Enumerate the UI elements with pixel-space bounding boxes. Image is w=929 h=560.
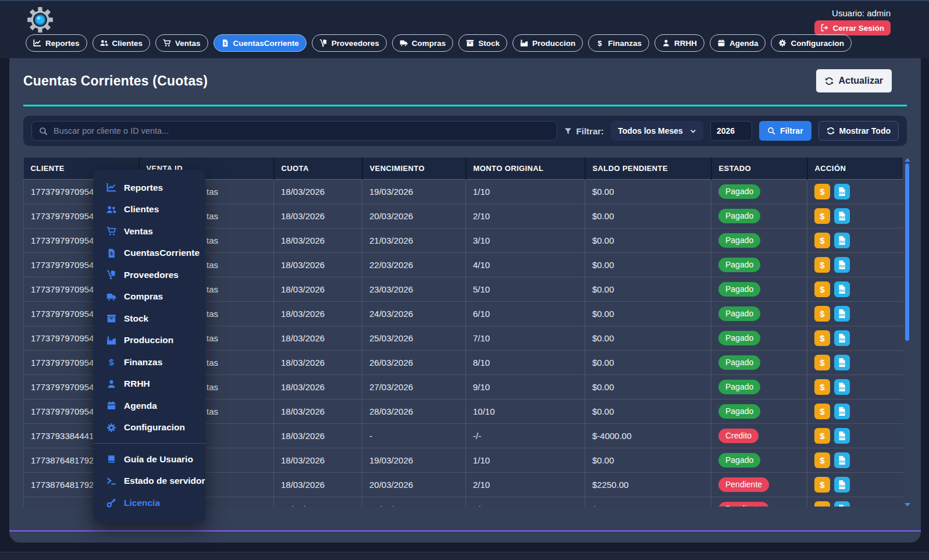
nav-tab-ventas[interactable]: Ventas [155, 34, 208, 52]
industry-icon [520, 39, 528, 47]
pay-button[interactable]: $ [814, 428, 830, 444]
menu-item-configuracion[interactable]: Configuracion [93, 417, 205, 439]
nav-tab-cuentascorriente[interactable]: $CuentasCorriente [213, 34, 307, 52]
status-badge: Pagado [718, 184, 760, 199]
nav-tab-finanzas[interactable]: $Finanzas [588, 34, 649, 52]
status-badge: Pagado [718, 282, 760, 297]
cell-cuota: 18/03/2026 [274, 301, 362, 326]
cell-accion: $PDF [807, 448, 903, 472]
month-select[interactable]: Todos los Meses [611, 121, 703, 141]
menu-item-rrhh[interactable]: RRHH [93, 373, 205, 395]
logout-button[interactable]: Cerrar Sesión [814, 20, 891, 35]
search-box[interactable] [31, 121, 557, 141]
scrollbar-up-arrow-icon[interactable] [905, 158, 910, 162]
pdf-button[interactable]: PDF [834, 330, 850, 346]
pdf-button[interactable]: PDF [834, 379, 850, 395]
pay-button[interactable]: $ [814, 233, 830, 248]
scrollbar-down-arrow-icon[interactable] [905, 503, 910, 507]
pay-button[interactable]: $ [814, 404, 830, 419]
svg-text:PDF: PDF [839, 290, 845, 293]
pay-button[interactable]: $ [814, 306, 830, 322]
nav-tab-produccion[interactable]: Produccion [512, 34, 583, 52]
status-badge: Pagado [718, 355, 760, 370]
pay-button[interactable]: $ [814, 501, 830, 507]
pay-button[interactable]: $ [814, 281, 830, 297]
menu-item-cuentascorriente[interactable]: $CuentasCorriente [93, 242, 205, 265]
truck-icon [400, 39, 408, 47]
column-header-monto-original: MONTO ORIGINAL [466, 158, 585, 179]
nav-tab-rrhh[interactable]: RRHH [654, 34, 704, 52]
menu-divider [93, 443, 205, 444]
menu-item-compras[interactable]: Compras [93, 286, 205, 308]
pay-button[interactable]: $ [814, 184, 830, 199]
nav-tabs: ReportesClientesVentas$CuentasCorrienteP… [26, 34, 852, 52]
cell-estado: Pagado [711, 350, 807, 374]
cell-cuota: 18/03/2026 [274, 326, 362, 350]
nav-tab-reportes[interactable]: Reportes [26, 34, 87, 52]
cell-saldo: $0.00 [585, 350, 711, 374]
pdf-button[interactable]: PDF [834, 477, 850, 493]
file-pdf-icon: PDF [837, 358, 847, 368]
year-input[interactable] [710, 121, 752, 141]
pdf-button[interactable]: PDF [834, 208, 850, 224]
menu-item-ventas[interactable]: Ventas [93, 220, 205, 242]
pay-button[interactable]: $ [814, 330, 830, 346]
pay-button[interactable]: $ [814, 379, 830, 395]
cell-monto-original: 8/10 [466, 350, 585, 374]
navbar: Usuario: admin Cerrar Sesión ReportesCli… [0, 0, 929, 58]
cell-vencimiento: 26/03/2026 [362, 350, 466, 374]
pay-button[interactable]: $ [814, 257, 830, 273]
status-badge: Pagado [718, 331, 760, 345]
pdf-button[interactable]: PDF [834, 306, 850, 322]
cell-monto-original: 7/10 [466, 326, 585, 350]
pay-button[interactable]: $ [814, 477, 830, 493]
pdf-button[interactable]: PDF [834, 404, 850, 419]
menu-item-guía-de-usuario[interactable]: Guía de Usuario [93, 448, 205, 470]
cell-cuota: 18/03/2026 [274, 350, 362, 374]
menu-item-stock[interactable]: Stock [93, 308, 205, 330]
search-input[interactable] [54, 126, 550, 135]
pdf-button[interactable]: PDF [834, 257, 850, 273]
nav-tab-stock[interactable]: Stock [458, 34, 507, 52]
user-icon [662, 39, 670, 47]
table-scrollbar[interactable] [905, 158, 910, 507]
pay-button[interactable]: $ [814, 452, 830, 468]
scrollbar-thumb[interactable] [905, 163, 909, 341]
pdf-button[interactable]: PDF [834, 233, 850, 248]
menu-item-reportes[interactable]: Reportes [93, 177, 205, 199]
pdf-button[interactable]: PDF [834, 184, 850, 199]
cell-estado: Pagado [711, 228, 807, 252]
pdf-button[interactable]: PDF [834, 452, 850, 468]
nav-tab-clientes[interactable]: Clientes [92, 34, 151, 52]
nav-tab-configuracion[interactable]: Configuracion [771, 34, 852, 52]
menu-item-finanzas[interactable]: $Finanzas [93, 351, 205, 373]
filter-button[interactable]: Filtrar [759, 121, 811, 141]
cell-monto-original: 1/10 [466, 179, 585, 204]
pay-button[interactable]: $ [814, 208, 830, 224]
pay-button[interactable]: $ [814, 355, 830, 370]
menu-item-produccion[interactable]: Produccion [93, 330, 205, 352]
nav-tab-proveedores[interactable]: Proveedores [312, 34, 387, 52]
nav-tab-compras[interactable]: Compras [392, 34, 454, 52]
pdf-button[interactable]: PDF [834, 281, 850, 297]
pdf-button[interactable]: PDF [834, 355, 850, 370]
cell-saldo: $0.00 [585, 301, 711, 326]
cell-monto-original: 5/10 [466, 277, 585, 301]
menu-item-clientes[interactable]: Clientes [93, 199, 205, 221]
show-all-button[interactable]: Mostrar Todo [818, 121, 899, 141]
cell-accion: $PDF [807, 204, 903, 228]
dolly-icon [106, 270, 116, 280]
cell-cuota: 18/03/2026 [274, 277, 362, 301]
column-header-acción: ACCIÓN [807, 158, 903, 179]
svg-text:$: $ [110, 251, 113, 256]
refresh-button[interactable]: Actualizar [816, 69, 892, 92]
menu-item-licencia[interactable]: Licencia [93, 492, 205, 514]
cell-estado: Pagado [711, 399, 807, 423]
menu-item-proveedores[interactable]: Proveedores [93, 264, 205, 286]
navigation-dropdown-menu: ReportesClientesVentas$CuentasCorrienteP… [93, 170, 205, 522]
menu-item-agenda[interactable]: Agenda [93, 395, 205, 417]
nav-tab-agenda[interactable]: Agenda [710, 34, 766, 52]
menu-item-estado-de-servidor[interactable]: Estado de servidor [93, 470, 205, 493]
pdf-button[interactable]: PDF [834, 428, 850, 444]
pdf-button[interactable]: PDF [834, 501, 850, 507]
